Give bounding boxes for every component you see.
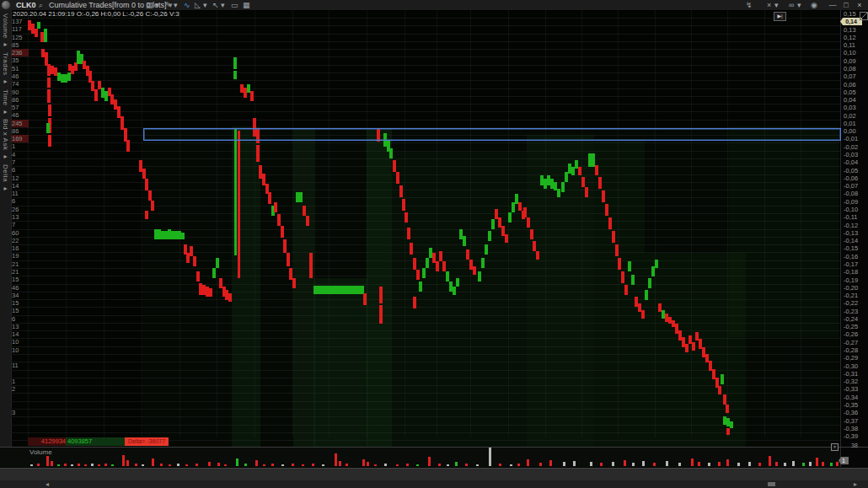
cursor-tool-icon[interactable]: ↖ <box>212 0 219 10</box>
cluster-bar <box>456 278 459 287</box>
volume-bar <box>255 460 258 466</box>
cluster-bar <box>491 219 495 229</box>
drawn-rectangle[interactable] <box>143 128 841 141</box>
buy-total-value: 4093857 <box>66 437 126 446</box>
price-tick-label: -0,22 <box>844 299 867 307</box>
symbol-label[interactable]: CLK0 <box>16 0 36 10</box>
cluster-bar <box>407 228 410 239</box>
volume-bar <box>769 456 771 466</box>
snapshot-icon[interactable]: ◉ <box>811 0 817 10</box>
grid-line <box>11 72 840 73</box>
cluster-bar <box>478 271 481 282</box>
cluster-bar <box>641 310 645 319</box>
ladder-value: 74 <box>12 80 29 88</box>
sidebar-item-time[interactable]: Time ▸ <box>2 89 9 116</box>
grid-line <box>11 49 840 50</box>
sidebar-item-trades[interactable]: Trades ▸ <box>2 52 9 86</box>
maximize-button[interactable]: □ <box>839 0 853 10</box>
clear-drawings-icon[interactable]: × <box>767 0 771 10</box>
price-tick-label: -0,30 <box>844 362 867 370</box>
chart-style-icon[interactable]: ∿ <box>184 0 190 10</box>
volume-bar <box>335 453 337 466</box>
volume-bar <box>678 463 681 466</box>
ladder-value: 2 <box>12 385 29 393</box>
goto-latest-button[interactable]: ▶| <box>774 12 786 21</box>
volume-bar <box>362 459 365 466</box>
sidebar-item-delta[interactable]: Delta ▸ <box>2 164 9 192</box>
cluster-bar <box>410 243 413 255</box>
cluster-bar <box>721 374 724 384</box>
volume-bar <box>104 464 107 466</box>
minimize-button[interactable]: — <box>826 0 839 10</box>
ladder-value: 11 <box>12 190 29 197</box>
ladder-value: 57 <box>12 104 29 111</box>
chevron-down-icon[interactable]: ▾ <box>203 0 207 10</box>
search-icon[interactable]: ⌕ <box>39 0 43 10</box>
volume-bar <box>802 463 805 466</box>
cluster-bar <box>393 160 396 172</box>
volume-bar <box>428 457 431 466</box>
price-tick-label: -0,25 <box>844 323 867 330</box>
horizontal-scrollbar[interactable] <box>0 480 868 488</box>
chevron-down-icon[interactable]: ▾ <box>797 0 801 10</box>
scroll-right-arrow-icon[interactable]: ▸ <box>854 480 857 488</box>
trading-platform-window: CLK0 ⌕ Cumulative Trades[from 0 to 0 lot… <box>0 0 868 488</box>
chevron-down-icon[interactable]: ▾ <box>221 0 225 10</box>
cluster-bar <box>655 260 658 268</box>
volume-bar <box>244 464 247 466</box>
grid-line <box>11 120 840 121</box>
volume-bar <box>612 462 614 466</box>
cluster-bar <box>436 261 439 271</box>
price-tick-label: -0,09 <box>844 198 867 206</box>
display-settings-icon[interactable]: ▤ <box>146 0 153 10</box>
cluster-bar <box>624 285 628 295</box>
pane-separator[interactable] <box>0 447 868 448</box>
axis-settings-icon[interactable] <box>860 12 868 20</box>
close-button[interactable]: × <box>853 0 866 10</box>
indicator-dropdown[interactable]: Cumulative Trades[from 0 to 0 lots] ▾ <box>49 0 173 10</box>
volume-close-icon[interactable]: × <box>831 443 839 451</box>
grid-line <box>11 88 840 89</box>
cluster-shade <box>293 128 315 447</box>
measure-tool-icon[interactable]: ◺ <box>195 0 201 10</box>
time-axis[interactable] <box>0 468 868 481</box>
ladder-value: 60 <box>12 229 29 237</box>
ladder-value <box>12 354 29 362</box>
volume-bar <box>271 464 274 466</box>
ladder-value: 12 <box>12 174 29 182</box>
cluster-bar <box>405 212 408 223</box>
cluster-bar <box>645 290 648 300</box>
cluster-bar <box>47 78 51 88</box>
rectangle-tool-icon[interactable]: ▭ <box>231 0 238 10</box>
price-tick-label: -0,31 <box>844 370 867 378</box>
price-tick-label: 0,07 <box>844 72 867 80</box>
cluster-bar <box>379 287 383 303</box>
cluster-bar <box>612 231 615 243</box>
price-tick-label: -0,12 <box>844 222 867 229</box>
volume-bar <box>292 464 294 466</box>
volume-bar <box>489 448 491 466</box>
volume-bar <box>708 463 710 466</box>
scroll-left-arrow-icon[interactable]: ◂ <box>46 480 49 488</box>
volume-bar <box>416 464 419 466</box>
sidebar-item-bidxask[interactable]: Bid x Ask ▸ <box>2 119 9 161</box>
strategy-icon[interactable]: ↯ <box>746 0 753 10</box>
cluster-bar <box>505 234 508 243</box>
link-icon[interactable]: ∞ <box>789 0 794 10</box>
chevron-down-icon[interactable]: ▾ <box>174 0 178 10</box>
cluster-bar <box>413 297 416 308</box>
volume-bar <box>499 464 501 466</box>
cluster-bar <box>151 201 154 211</box>
volume-bar <box>384 464 387 466</box>
drawing-pen-icon[interactable]: ✎ <box>165 0 172 10</box>
chevron-down-icon[interactable]: ▾ <box>155 0 159 10</box>
sidebar-item-volume[interactable]: Volume ▸ <box>2 13 9 49</box>
volume-pane-label: Volume <box>29 448 52 456</box>
cluster-bar <box>473 266 476 275</box>
columns-panel-icon[interactable]: ▦ <box>243 0 250 10</box>
volume-bar <box>666 461 668 466</box>
cluster-bar <box>442 261 446 271</box>
cluster-bar <box>453 287 456 295</box>
chevron-down-icon[interactable]: ▾ <box>774 0 779 10</box>
scrollbar-handle[interactable] <box>768 482 775 486</box>
